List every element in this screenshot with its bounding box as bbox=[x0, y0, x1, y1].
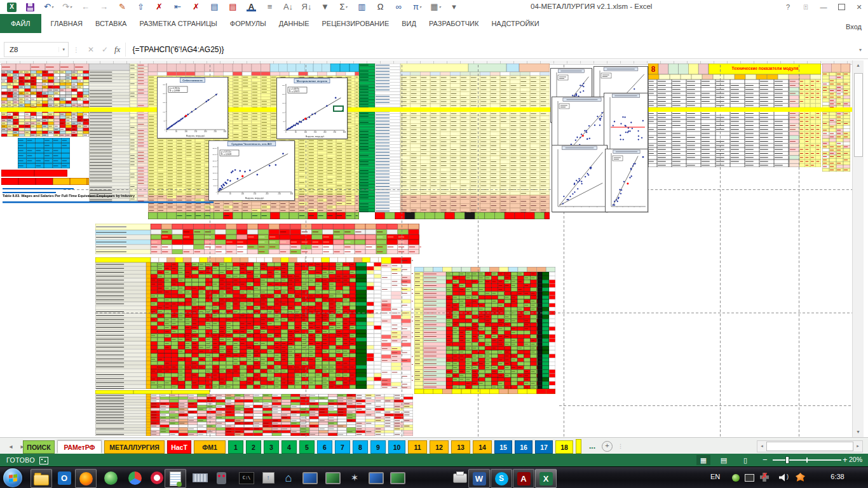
sheet-tab-17[interactable]: 17 bbox=[535, 440, 553, 454]
delete-column-icon[interactable]: ✗ bbox=[187, 0, 205, 14]
vertical-scroll-thumb[interactable] bbox=[854, 73, 863, 157]
mini-chart[interactable] bbox=[605, 149, 648, 212]
ribbon-tab-главная[interactable]: ГЛАВНАЯ bbox=[44, 14, 89, 33]
normal-view-icon[interactable]: ▦ bbox=[696, 455, 710, 465]
taskbar-settings-icon[interactable]: ✶ bbox=[344, 469, 365, 487]
chart-sebestoimost[interactable]: 050100150200250300050100150200250Себесто… bbox=[157, 77, 228, 139]
insert-function-icon[interactable]: fx bbox=[114, 44, 120, 55]
ribbon-tab-файл[interactable]: ФАЙЛ bbox=[0, 14, 41, 33]
clock[interactable]: 6:38 bbox=[821, 473, 854, 480]
sheet-tab-2[interactable]: 2 bbox=[246, 440, 261, 454]
ribbon-display-options-icon[interactable]: ⍐ bbox=[797, 0, 815, 14]
taskbar-skype-icon[interactable]: S bbox=[491, 469, 512, 488]
delete-cells-icon[interactable]: ✗ bbox=[150, 0, 168, 14]
sheet-tab-4[interactable]: 4 bbox=[281, 440, 297, 454]
zoom-out-icon[interactable]: − bbox=[763, 455, 768, 468]
scroll-down-icon[interactable]: ▼ bbox=[853, 427, 864, 437]
undo-icon[interactable]: ↶▾ bbox=[39, 0, 58, 14]
zoom-slider-thumb[interactable] bbox=[785, 456, 789, 464]
merge-cells-icon[interactable]: ▥ bbox=[353, 0, 371, 14]
horizontal-scrollbar[interactable]: ◂ ▸ bbox=[757, 440, 863, 452]
chart-chislennost[interactable]: 0501001502002503000500010000150002000025… bbox=[208, 140, 295, 201]
ribbon-tab-данные[interactable]: ДАННЫЕ bbox=[273, 14, 316, 33]
sheet-tabs-overflow[interactable]: ... bbox=[589, 442, 595, 451]
minimize-icon[interactable]: — bbox=[815, 0, 832, 14]
sort-az-icon[interactable]: А↓ bbox=[279, 0, 297, 14]
insert-column-icon[interactable]: ⇤ bbox=[168, 0, 187, 14]
forward-arrow-icon[interactable]: → bbox=[95, 0, 113, 14]
sheet-tab-1[interactable]: 1 bbox=[228, 440, 243, 454]
horizontal-scroll-thumb[interactable] bbox=[766, 442, 853, 451]
page-break-view-icon[interactable]: ▯ bbox=[738, 455, 752, 465]
taskbar-firefox-icon[interactable] bbox=[75, 469, 97, 488]
taskbar-cmd-icon[interactable]: C:\ bbox=[236, 469, 257, 487]
macro-record-icon[interactable] bbox=[39, 457, 48, 464]
excel-logo-icon[interactable]: X bbox=[3, 0, 21, 14]
vertical-scrollbar[interactable]: ▲ ▼ bbox=[852, 60, 864, 437]
zoom-in-icon[interactable]: + bbox=[843, 455, 848, 468]
filter-icon[interactable]: ▼ bbox=[316, 0, 334, 14]
sheet-tab-6[interactable]: 6 bbox=[317, 440, 332, 454]
help-icon[interactable]: ? bbox=[779, 0, 797, 14]
tray-display-icon[interactable] bbox=[745, 474, 754, 482]
taskbar-excel-icon[interactable]: X bbox=[535, 469, 557, 488]
ribbon-tab-рецензирование[interactable]: РЕЦЕНЗИРОВАНИЕ bbox=[315, 14, 395, 33]
taskbar-home-icon[interactable]: ⌂ bbox=[278, 469, 299, 487]
close-icon[interactable]: ✕ bbox=[850, 0, 868, 14]
taskbar-keyboard-icon[interactable] bbox=[190, 469, 210, 487]
delete-rows-icon[interactable]: ▤ bbox=[224, 0, 242, 14]
ribbon-tab-формулы[interactable]: ФОРМУЛЫ bbox=[224, 14, 273, 33]
ribbon-tab-вставка[interactable]: ВСТАВКА bbox=[89, 14, 133, 33]
qat-customize-icon[interactable]: ▾ bbox=[445, 0, 463, 14]
taskbar-printer-icon[interactable] bbox=[450, 469, 470, 487]
borders-icon[interactable]: ▦▾ bbox=[426, 0, 445, 14]
sheet-tab-partial[interactable] bbox=[576, 439, 581, 454]
format-painter-icon[interactable]: ✎ bbox=[113, 0, 132, 14]
sheet-tab-5[interactable]: 5 bbox=[299, 440, 315, 454]
sheet-tab-16[interactable]: 16 bbox=[515, 440, 532, 454]
active-cell-z8[interactable] bbox=[333, 105, 344, 112]
language-indicator[interactable]: EN bbox=[710, 473, 720, 480]
ribbon-tab-вид[interactable]: ВИД bbox=[395, 14, 423, 33]
sheet-nav-right-icon[interactable]: ▸ bbox=[17, 443, 28, 450]
new-sheet-icon[interactable]: + bbox=[602, 441, 613, 452]
name-box[interactable]: Z8 ▾ bbox=[4, 42, 69, 57]
cancel-icon[interactable]: ✕ bbox=[84, 45, 98, 54]
ribbon-tab-разработчик[interactable]: РАЗРАБОТЧИК bbox=[423, 14, 485, 33]
font-color-icon[interactable]: A bbox=[242, 0, 261, 14]
scroll-left-icon[interactable]: ◂ bbox=[757, 441, 766, 452]
omega-icon[interactable]: Ω bbox=[371, 0, 390, 14]
taskbar-monitor2-icon[interactable] bbox=[323, 469, 343, 487]
sort-za-icon[interactable]: Я↓ bbox=[297, 0, 316, 14]
taskbar-outlook-icon[interactable]: O bbox=[54, 469, 74, 487]
taskbar-media-icon[interactable] bbox=[366, 469, 386, 487]
taskbar-monitor1-icon[interactable] bbox=[300, 469, 320, 487]
page-layout-view-icon[interactable]: ▤ bbox=[717, 455, 731, 465]
taskbar-installer-icon[interactable]: ↑ bbox=[258, 469, 278, 487]
taskbar-word-icon[interactable]: W bbox=[468, 469, 490, 488]
sheet-tab-3[interactable]: 3 bbox=[264, 440, 279, 454]
sheet-tab-18[interactable]: 18 bbox=[555, 440, 573, 454]
taskbar-webmoney-icon[interactable] bbox=[211, 469, 231, 487]
name-box-dropdown-icon[interactable]: ▾ bbox=[58, 47, 68, 52]
formula-bar-expand-icon[interactable]: ▾ bbox=[853, 47, 868, 53]
insert-rows-icon[interactable]: ▤ bbox=[205, 0, 224, 14]
insert-cells-icon[interactable]: ⇧ bbox=[132, 0, 150, 14]
sheet-tab-7[interactable]: 7 bbox=[335, 440, 350, 454]
back-arrow-icon[interactable]: ← bbox=[76, 0, 95, 14]
taskbar-globe-icon[interactable] bbox=[100, 469, 121, 487]
pi-icon[interactable]: π▾ bbox=[408, 0, 426, 14]
sheet-tab-НасТ[interactable]: НасТ bbox=[167, 440, 191, 454]
save-icon[interactable] bbox=[21, 0, 39, 14]
formula-input[interactable]: {=ТРАНСП('6'!AG4:AG25)} bbox=[125, 43, 853, 57]
sheet-tab-12[interactable]: 12 bbox=[430, 440, 449, 454]
hyperlink-icon[interactable]: ∞ bbox=[390, 0, 408, 14]
line-spacing-icon[interactable]: ≡ bbox=[261, 0, 279, 14]
autosum-icon[interactable]: Σ▾ bbox=[334, 0, 353, 14]
sheet-tab-8[interactable]: 8 bbox=[353, 440, 368, 454]
ribbon-tab-надстройки[interactable]: НАДСТРОЙКИ bbox=[485, 14, 545, 33]
scroll-up-icon[interactable]: ▲ bbox=[853, 60, 864, 71]
tray-antivirus-icon[interactable] bbox=[732, 474, 740, 482]
ribbon-tab-разметка страницы[interactable]: РАЗМЕТКА СТРАНИЦЫ bbox=[133, 14, 223, 33]
enter-icon[interactable]: ✓ bbox=[98, 45, 112, 54]
